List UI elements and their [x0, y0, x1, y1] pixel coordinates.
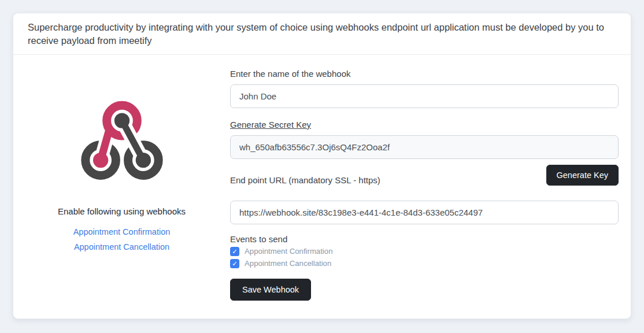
event-label-confirmation: Appointment Confirmation	[245, 247, 332, 256]
endpoint-header-row: End point URL (mandatory SSL - https) Ge…	[230, 165, 619, 186]
webhook-name-input[interactable]	[230, 84, 619, 108]
page-description: Supercharge productivity by integrating …	[13, 13, 631, 55]
events-to-send-label: Events to send	[230, 234, 619, 244]
endpoint-url-input[interactable]	[230, 201, 619, 224]
enable-webhooks-caption: Enable following using webhooks	[58, 206, 186, 216]
endpoint-url-label: End point URL (mandatory SSL - https)	[230, 175, 380, 186]
link-appointment-confirmation[interactable]: Appointment Confirmation	[73, 224, 171, 240]
generate-key-button[interactable]: Generate Key	[546, 165, 619, 186]
link-appointment-cancellation[interactable]: Appointment Cancellation	[73, 239, 171, 255]
secret-key-input[interactable]	[230, 135, 619, 159]
webhook-name-label: Enter the name of the webhook	[230, 69, 619, 79]
webhook-icon	[71, 94, 173, 186]
card-body: Enable following using webhooks Appointm…	[13, 55, 631, 319]
save-webhook-button[interactable]: Save Webhook	[230, 279, 311, 301]
event-checkbox-row-cancellation[interactable]: ✓ Appointment Cancellation	[230, 259, 619, 268]
webhook-event-links: Appointment Confirmation Appointment Can…	[73, 224, 171, 255]
checkbox-checked-icon[interactable]: ✓	[230, 247, 239, 256]
event-checkbox-row-confirmation[interactable]: ✓ Appointment Confirmation	[230, 247, 619, 256]
generate-secret-key-link[interactable]: Generate Secret Key	[230, 120, 619, 130]
webhook-form: Enter the name of the webhook Generate S…	[230, 55, 631, 301]
checkbox-checked-icon[interactable]: ✓	[230, 259, 239, 268]
webhook-info-panel: Enable following using webhooks Appointm…	[13, 55, 230, 255]
webhook-settings-card: Supercharge productivity by integrating …	[13, 13, 631, 319]
event-label-cancellation: Appointment Cancellation	[245, 259, 331, 268]
